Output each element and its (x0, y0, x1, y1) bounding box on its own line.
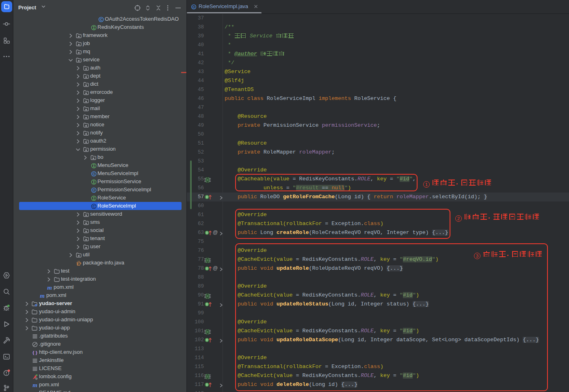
svg-text:@: @ (213, 230, 218, 235)
svg-text:C: C (93, 204, 95, 208)
svg-text:m: m (40, 292, 45, 299)
svg-text:C: C (100, 17, 102, 22)
svg-text:{ }: { } (32, 350, 38, 355)
svg-text:C: C (93, 172, 95, 176)
svg-text:C: C (193, 5, 195, 9)
svg-text:@: @ (213, 265, 218, 271)
svg-text:C: C (93, 188, 95, 192)
svg-text:m: m (47, 284, 52, 291)
svg-text:m: m (32, 382, 37, 388)
